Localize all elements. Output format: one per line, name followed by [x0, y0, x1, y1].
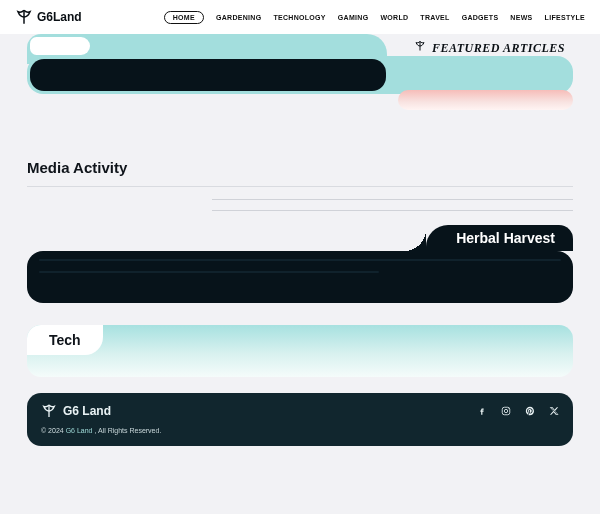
- brand-name: G6Land: [37, 10, 82, 24]
- leaf-icon: [414, 40, 426, 56]
- nav-technology[interactable]: TECHNOLOGY: [273, 14, 325, 21]
- featured-pink-accent: [398, 90, 573, 110]
- herbal-harvest-body: [27, 251, 573, 303]
- herbal-harvest-title: Herbal Harvest: [456, 230, 555, 246]
- pinterest-icon[interactable]: [525, 406, 535, 416]
- placeholder-line: [212, 199, 573, 200]
- leaf-logo-icon: [15, 8, 33, 26]
- brand[interactable]: G6Land: [15, 8, 82, 26]
- herbal-harvest-tab[interactable]: Herbal Harvest: [426, 225, 573, 251]
- featured-inner-pill: [30, 59, 386, 91]
- nav-travel[interactable]: TRAVEL: [420, 14, 449, 21]
- nav-gardening[interactable]: GARDENING: [216, 14, 261, 21]
- placeholder-line: [212, 210, 573, 211]
- footer-site-link[interactable]: G6 Land: [66, 427, 93, 434]
- nav-gaming[interactable]: GAMING: [338, 14, 369, 21]
- instagram-icon[interactable]: [501, 406, 511, 416]
- copyright-prefix: © 2024: [41, 427, 66, 434]
- featured-articles-text: FEATURED ARTICLES: [432, 41, 565, 56]
- media-activity-section: Media Activity: [27, 159, 573, 211]
- nav-home[interactable]: HOME: [164, 11, 204, 24]
- herbal-harvest-section: Herbal Harvest: [27, 225, 573, 303]
- featured-tab-notch: [30, 37, 90, 55]
- copyright-suffix: , All Rights Reserved.: [92, 427, 161, 434]
- nav-lifestyle[interactable]: LIFESTYLE: [545, 14, 585, 21]
- copyright: © 2024 G6 Land , All Rights Reserved.: [41, 427, 559, 434]
- placeholder-line: [39, 259, 561, 261]
- x-twitter-icon[interactable]: [549, 406, 559, 416]
- featured-articles-label: FEATURED ARTICLES: [414, 40, 565, 56]
- footer-brand[interactable]: G6 Land: [41, 403, 111, 419]
- facebook-icon[interactable]: [477, 406, 487, 416]
- nav-gadgets[interactable]: GADGETS: [462, 14, 499, 21]
- svg-rect-0: [502, 407, 510, 415]
- svg-point-1: [504, 409, 507, 412]
- svg-point-2: [508, 408, 509, 409]
- tech-tab[interactable]: Tech: [27, 325, 103, 355]
- header: G6Land HOME GARDENING TECHNOLOGY GAMING …: [0, 0, 600, 34]
- media-placeholder-lines: [212, 199, 573, 211]
- footer: G6 Land © 2024 G6 Land , All Rights Rese…: [27, 393, 573, 446]
- main-nav: HOME GARDENING TECHNOLOGY GAMING WORLD T…: [164, 11, 585, 24]
- nav-news[interactable]: NEWS: [510, 14, 532, 21]
- footer-brand-name: G6 Land: [63, 404, 111, 418]
- nav-world[interactable]: WORLD: [380, 14, 408, 21]
- divider: [27, 186, 573, 187]
- media-activity-title: Media Activity: [27, 159, 573, 176]
- tech-title: Tech: [49, 332, 81, 348]
- tech-section: Tech: [27, 325, 573, 377]
- placeholder-line: [39, 271, 379, 273]
- leaf-logo-icon: [41, 403, 57, 419]
- social-links: [477, 406, 559, 416]
- featured-band: FEATURED ARTICLES: [27, 34, 573, 104]
